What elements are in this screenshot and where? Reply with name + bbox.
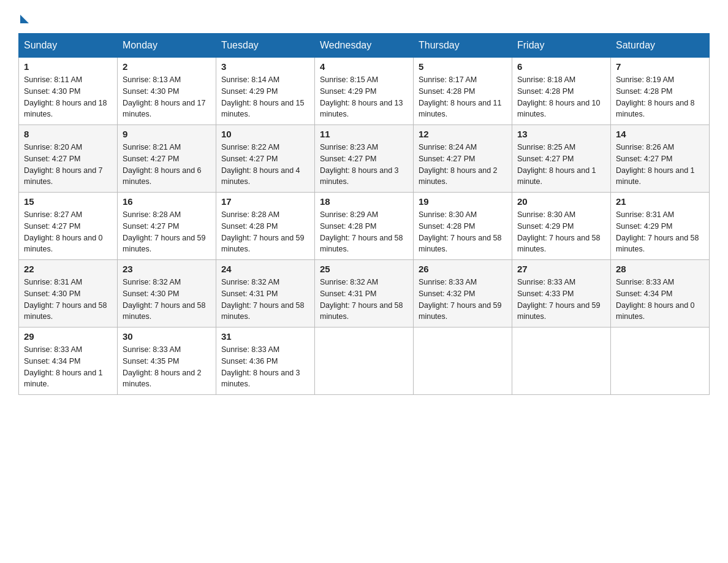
day-info: Sunrise: 8:28 AMSunset: 4:27 PMDaylight:… (123, 209, 211, 255)
calendar-day-cell: 27Sunrise: 8:33 AMSunset: 4:33 PMDayligh… (512, 260, 611, 327)
weekday-header-sunday: Sunday (19, 34, 118, 58)
day-info: Sunrise: 8:31 AMSunset: 4:30 PMDaylight:… (24, 277, 112, 323)
calendar-week-row: 22Sunrise: 8:31 AMSunset: 4:30 PMDayligh… (19, 260, 710, 327)
calendar-day-cell: 17Sunrise: 8:28 AMSunset: 4:28 PMDayligh… (216, 193, 315, 260)
day-number: 19 (419, 196, 507, 207)
weekday-header-saturday: Saturday (611, 34, 710, 58)
calendar-day-cell: 3Sunrise: 8:14 AMSunset: 4:29 PMDaylight… (216, 58, 315, 125)
calendar-week-row: 29Sunrise: 8:33 AMSunset: 4:34 PMDayligh… (19, 327, 710, 395)
day-info: Sunrise: 8:30 AMSunset: 4:29 PMDaylight:… (517, 209, 605, 255)
day-number: 9 (123, 129, 211, 139)
day-number: 23 (123, 264, 211, 274)
day-info: Sunrise: 8:17 AMSunset: 4:28 PMDaylight:… (419, 74, 507, 120)
day-number: 18 (320, 196, 408, 207)
calendar-day-cell: 2Sunrise: 8:13 AMSunset: 4:30 PMDaylight… (118, 58, 216, 125)
day-info: Sunrise: 8:30 AMSunset: 4:28 PMDaylight:… (419, 209, 507, 255)
day-number: 2 (123, 61, 211, 72)
day-number: 14 (616, 129, 704, 139)
calendar-day-cell: 4Sunrise: 8:15 AMSunset: 4:29 PMDaylight… (315, 58, 414, 125)
calendar-day-cell: 19Sunrise: 8:30 AMSunset: 4:28 PMDayligh… (414, 193, 512, 260)
calendar-day-cell: 23Sunrise: 8:32 AMSunset: 4:30 PMDayligh… (118, 260, 216, 327)
day-info: Sunrise: 8:33 AMSunset: 4:32 PMDaylight:… (419, 277, 507, 323)
weekday-header-row: SundayMondayTuesdayWednesdayThursdayFrid… (19, 34, 710, 58)
day-info: Sunrise: 8:21 AMSunset: 4:27 PMDaylight:… (123, 142, 211, 188)
day-info: Sunrise: 8:26 AMSunset: 4:27 PMDaylight:… (616, 142, 704, 188)
calendar-day-cell: 12Sunrise: 8:24 AMSunset: 4:27 PMDayligh… (414, 125, 512, 193)
logo (18, 12, 29, 21)
day-info: Sunrise: 8:18 AMSunset: 4:28 PMDaylight:… (517, 74, 605, 120)
calendar-day-cell: 8Sunrise: 8:20 AMSunset: 4:27 PMDaylight… (19, 125, 118, 193)
weekday-header-tuesday: Tuesday (216, 34, 315, 58)
calendar-day-cell: 20Sunrise: 8:30 AMSunset: 4:29 PMDayligh… (512, 193, 611, 260)
day-info: Sunrise: 8:33 AMSunset: 4:33 PMDaylight:… (517, 277, 605, 323)
calendar-table: SundayMondayTuesdayWednesdayThursdayFrid… (18, 33, 710, 395)
calendar-day-cell: 24Sunrise: 8:32 AMSunset: 4:31 PMDayligh… (216, 260, 315, 327)
day-info: Sunrise: 8:25 AMSunset: 4:27 PMDaylight:… (517, 142, 605, 188)
day-info: Sunrise: 8:24 AMSunset: 4:27 PMDaylight:… (419, 142, 507, 188)
day-info: Sunrise: 8:22 AMSunset: 4:27 PMDaylight:… (221, 142, 309, 188)
day-info: Sunrise: 8:33 AMSunset: 4:34 PMDaylight:… (24, 344, 112, 390)
calendar-day-cell: 26Sunrise: 8:33 AMSunset: 4:32 PMDayligh… (414, 260, 512, 327)
day-info: Sunrise: 8:13 AMSunset: 4:30 PMDaylight:… (123, 74, 211, 120)
day-number: 26 (419, 264, 507, 274)
day-info: Sunrise: 8:33 AMSunset: 4:35 PMDaylight:… (123, 344, 211, 390)
calendar-day-cell: 1Sunrise: 8:11 AMSunset: 4:30 PMDaylight… (19, 58, 118, 125)
weekday-header-friday: Friday (512, 34, 611, 58)
calendar-day-cell: 30Sunrise: 8:33 AMSunset: 4:35 PMDayligh… (118, 327, 216, 395)
weekday-header-wednesday: Wednesday (315, 34, 414, 58)
calendar-day-cell: 14Sunrise: 8:26 AMSunset: 4:27 PMDayligh… (611, 125, 710, 193)
calendar-day-cell: 18Sunrise: 8:29 AMSunset: 4:28 PMDayligh… (315, 193, 414, 260)
calendar-day-cell: 31Sunrise: 8:33 AMSunset: 4:36 PMDayligh… (216, 327, 315, 395)
day-info: Sunrise: 8:14 AMSunset: 4:29 PMDaylight:… (221, 74, 309, 120)
calendar-day-cell: 22Sunrise: 8:31 AMSunset: 4:30 PMDayligh… (19, 260, 118, 327)
weekday-header-monday: Monday (118, 34, 216, 58)
calendar-day-cell: 29Sunrise: 8:33 AMSunset: 4:34 PMDayligh… (19, 327, 118, 395)
day-number: 11 (320, 129, 408, 139)
calendar-day-cell (611, 327, 710, 395)
calendar-day-cell: 21Sunrise: 8:31 AMSunset: 4:29 PMDayligh… (611, 193, 710, 260)
day-number: 30 (123, 331, 211, 342)
day-info: Sunrise: 8:32 AMSunset: 4:31 PMDaylight:… (221, 277, 309, 323)
day-number: 21 (616, 196, 704, 207)
day-number: 10 (221, 129, 309, 139)
calendar-day-cell: 11Sunrise: 8:23 AMSunset: 4:27 PMDayligh… (315, 125, 414, 193)
calendar-day-cell: 5Sunrise: 8:17 AMSunset: 4:28 PMDaylight… (414, 58, 512, 125)
day-number: 12 (419, 129, 507, 139)
day-number: 24 (221, 264, 309, 274)
day-info: Sunrise: 8:15 AMSunset: 4:29 PMDaylight:… (320, 74, 408, 120)
day-info: Sunrise: 8:29 AMSunset: 4:28 PMDaylight:… (320, 209, 408, 255)
calendar-day-cell (315, 327, 414, 395)
day-number: 28 (616, 264, 704, 274)
calendar-week-row: 15Sunrise: 8:27 AMSunset: 4:27 PMDayligh… (19, 193, 710, 260)
day-info: Sunrise: 8:31 AMSunset: 4:29 PMDaylight:… (616, 209, 704, 255)
day-number: 13 (517, 129, 605, 139)
calendar-day-cell: 7Sunrise: 8:19 AMSunset: 4:28 PMDaylight… (611, 58, 710, 125)
day-number: 25 (320, 264, 408, 274)
day-number: 1 (24, 61, 112, 72)
day-number: 6 (517, 61, 605, 72)
day-number: 7 (616, 61, 704, 72)
day-info: Sunrise: 8:28 AMSunset: 4:28 PMDaylight:… (221, 209, 309, 255)
day-number: 31 (221, 331, 309, 342)
day-info: Sunrise: 8:33 AMSunset: 4:36 PMDaylight:… (221, 344, 309, 390)
day-number: 4 (320, 61, 408, 72)
day-info: Sunrise: 8:32 AMSunset: 4:31 PMDaylight:… (320, 277, 408, 323)
day-number: 17 (221, 196, 309, 207)
day-number: 22 (24, 264, 112, 274)
day-number: 8 (24, 129, 112, 139)
calendar-day-cell (512, 327, 611, 395)
day-number: 27 (517, 264, 605, 274)
day-number: 16 (123, 196, 211, 207)
day-info: Sunrise: 8:11 AMSunset: 4:30 PMDaylight:… (24, 74, 112, 120)
header (18, 12, 710, 21)
logo-triangle-icon (20, 15, 29, 23)
day-info: Sunrise: 8:27 AMSunset: 4:27 PMDaylight:… (24, 209, 112, 255)
calendar-day-cell: 10Sunrise: 8:22 AMSunset: 4:27 PMDayligh… (216, 125, 315, 193)
calendar-day-cell (414, 327, 512, 395)
calendar-day-cell: 6Sunrise: 8:18 AMSunset: 4:28 PMDaylight… (512, 58, 611, 125)
day-info: Sunrise: 8:32 AMSunset: 4:30 PMDaylight:… (123, 277, 211, 323)
calendar-day-cell: 15Sunrise: 8:27 AMSunset: 4:27 PMDayligh… (19, 193, 118, 260)
day-number: 29 (24, 331, 112, 342)
day-number: 5 (419, 61, 507, 72)
day-number: 3 (221, 61, 309, 72)
